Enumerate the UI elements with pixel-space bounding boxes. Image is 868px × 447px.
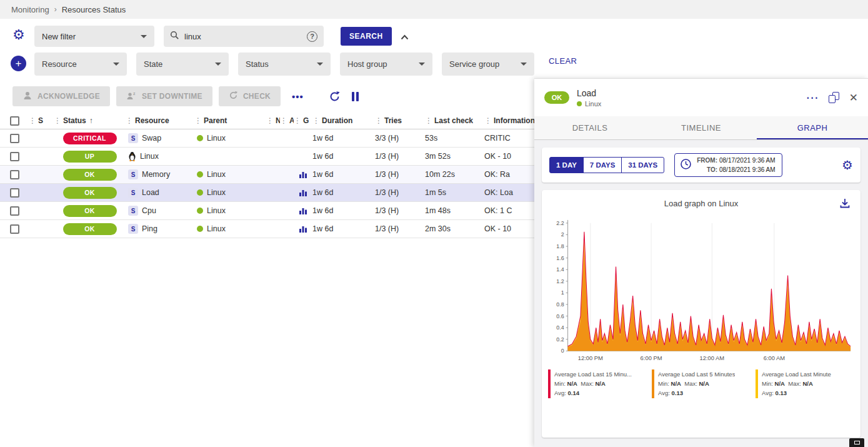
load-chart[interactable]: 12:00 PM6:00 PM12:00 AM6:00 AM00.20.40.6… — [547, 216, 856, 367]
set-downtime-button[interactable]: z SET DOWNTIME — [116, 86, 212, 106]
resource-name[interactable]: SPing — [126, 224, 194, 234]
row-checkbox[interactable] — [10, 152, 19, 161]
table-row[interactable]: OKSLoadLinux1w 6d1/3 (H)1m 5sOK: Loa — [0, 184, 534, 202]
resource-name[interactable]: Linux — [126, 151, 194, 161]
range-button-31-days[interactable]: 31 DAYS — [621, 157, 664, 173]
graph-settings-gear-icon[interactable]: ⚙ — [842, 158, 853, 173]
chevron-down-icon — [215, 63, 221, 66]
service-icon: S — [128, 224, 138, 234]
drag-handle-icon[interactable]: ⋮ — [266, 116, 274, 125]
column-header-s[interactable]: ⋮S — [29, 116, 54, 125]
row-checkbox[interactable] — [10, 188, 19, 198]
panel-more-icon[interactable]: ⋯ — [806, 94, 819, 101]
pause-icon[interactable] — [352, 92, 359, 101]
more-actions-icon[interactable]: ••• — [287, 91, 309, 102]
drag-handle-icon[interactable]: ⋮ — [484, 116, 492, 125]
range-button-7-days[interactable]: 7 DAYS — [583, 157, 622, 173]
export-graph-icon[interactable] — [839, 198, 851, 211]
status-chip: OK — [63, 205, 117, 217]
column-header-a[interactable]: ⋮A — [280, 116, 294, 125]
time-range-group: 1 DAY7 DAYS31 DAYS — [549, 157, 664, 173]
resource-name[interactable]: SMemory — [126, 169, 194, 179]
legend-item[interactable]: Average Load Last 5 MinutesMin: N/A Max:… — [652, 369, 751, 398]
breadcrumb-section[interactable]: Monitoring — [11, 5, 49, 14]
drag-handle-icon[interactable]: ⋮ — [54, 116, 61, 125]
copy-link-icon[interactable] — [829, 92, 839, 103]
svg-text:z: z — [133, 91, 136, 96]
filter-settings-gear-icon[interactable]: ⚙ — [12, 28, 25, 42]
drag-handle-icon[interactable]: ⋮ — [126, 116, 133, 125]
parent-name[interactable]: Linux — [194, 206, 266, 215]
table-row[interactable]: OKSMemoryLinux1w 6d1/3 (H)10m 22sOK: Ra — [0, 166, 534, 184]
filter-dropdown-host-group[interactable]: Host group — [340, 53, 432, 76]
parent-status-dot — [577, 101, 582, 106]
collapse-filters-chevron-icon[interactable] — [401, 31, 409, 43]
tab-details[interactable]: DETAILS — [534, 116, 646, 139]
table-row[interactable]: CRITICALSSwapLinux1w 6d3/3 (H)53sCRITIC — [0, 129, 534, 148]
column-header-last-check[interactable]: ⋮Last check — [425, 116, 484, 125]
acknowledge-button[interactable]: ACKNOWLEDGE — [12, 86, 110, 106]
column-header-status[interactable]: ⋮Status↑ — [54, 116, 126, 125]
panel-header: OK Load Linux ⋯ ✕ — [534, 79, 868, 116]
filter-dropdown-service-group[interactable]: Service group — [442, 53, 534, 76]
select-all-checkbox[interactable] — [10, 116, 19, 126]
fullscreen-icon[interactable] — [849, 438, 864, 447]
graph-icon[interactable] — [299, 170, 307, 179]
drag-handle-icon[interactable]: ⋮ — [425, 116, 432, 125]
drag-handle-icon[interactable]: ⋮ — [312, 116, 320, 125]
column-header-parent[interactable]: ⋮Parent — [194, 116, 266, 125]
tab-graph[interactable]: GRAPH — [757, 116, 868, 139]
row-checkbox[interactable] — [10, 206, 19, 216]
add-criteria-button[interactable]: + — [11, 56, 26, 71]
clear-filters-link[interactable]: CLEAR — [549, 56, 577, 66]
filter-dropdown-resource[interactable]: Resource — [34, 53, 127, 76]
refresh-icon[interactable] — [329, 91, 341, 103]
filter-dropdown-status[interactable]: Status — [238, 53, 331, 76]
panel-actions: ⋯ ✕ — [806, 91, 858, 104]
graph-icon[interactable] — [299, 188, 307, 197]
column-header-duration[interactable]: ⋮Duration — [312, 116, 375, 125]
drag-handle-icon[interactable]: ⋮ — [280, 116, 287, 125]
parent-name[interactable]: Linux — [194, 134, 266, 143]
date-range-picker[interactable]: FROM:08/17/2021 9:36 AM TO:08/18/2021 9:… — [674, 153, 782, 177]
drag-handle-icon[interactable]: ⋮ — [29, 116, 36, 125]
parent-name[interactable]: Linux — [194, 188, 266, 197]
drag-handle-icon[interactable]: ⋮ — [294, 116, 301, 125]
column-header-tries[interactable]: ⋮Tries — [375, 116, 425, 125]
row-checkbox[interactable] — [10, 170, 19, 179]
column-header-n[interactable]: ⋮N — [266, 116, 280, 125]
saved-filter-dropdown[interactable]: New filter — [34, 26, 154, 47]
table-row[interactable]: OKSCpuLinux1w 6d1/3 (H)1m 48sOK: 1 C — [0, 202, 534, 220]
duration-value: 1w 6d — [312, 224, 375, 233]
column-header-information[interactable]: ⋮Information — [484, 116, 534, 125]
filter-dropdown-state[interactable]: State — [136, 53, 229, 76]
downtime-icon: z — [126, 91, 137, 103]
search-input[interactable] — [184, 32, 302, 41]
column-header-g[interactable]: ⋮G — [294, 116, 312, 125]
parent-status-dot — [197, 226, 203, 232]
table-row[interactable]: OKSPingLinux1w 6d1/3 (H)2m 30sOK - 10 — [0, 220, 534, 238]
row-checkbox[interactable] — [10, 224, 19, 234]
drag-handle-icon[interactable]: ⋮ — [194, 116, 202, 125]
search-button[interactable]: SEARCH — [341, 27, 392, 46]
parent-name[interactable]: Linux — [194, 224, 266, 233]
check-button[interactable]: CHECK — [219, 86, 281, 106]
legend-item[interactable]: Average Load Last MinuteMin: N/A Max: N/… — [756, 369, 854, 398]
table-row[interactable]: UPLinux1w 6d1/3 (H)3m 52sOK - 10 — [0, 148, 534, 166]
parent-status-dot — [197, 171, 203, 178]
graph-icon[interactable] — [299, 206, 307, 215]
close-panel-icon[interactable]: ✕ — [849, 91, 858, 104]
resource-name[interactable]: SCpu — [126, 206, 194, 216]
legend-item[interactable]: Average Load Last 15 Minu...Min: N/A Max… — [548, 369, 647, 398]
row-checkbox[interactable] — [10, 134, 19, 143]
search-help-icon[interactable]: ? — [307, 31, 317, 42]
range-button-1-day[interactable]: 1 DAY — [549, 157, 584, 173]
tab-timeline[interactable]: TIMELINE — [646, 116, 757, 139]
parent-name[interactable]: Linux — [194, 170, 266, 179]
resource-name[interactable]: SSwap — [126, 133, 194, 143]
resource-name[interactable]: SLoad — [126, 188, 194, 198]
graph-icon[interactable] — [299, 224, 307, 233]
information-value: OK - 10 — [484, 152, 534, 161]
drag-handle-icon[interactable]: ⋮ — [375, 116, 382, 125]
column-header-resource[interactable]: ⋮Resource — [126, 116, 194, 125]
